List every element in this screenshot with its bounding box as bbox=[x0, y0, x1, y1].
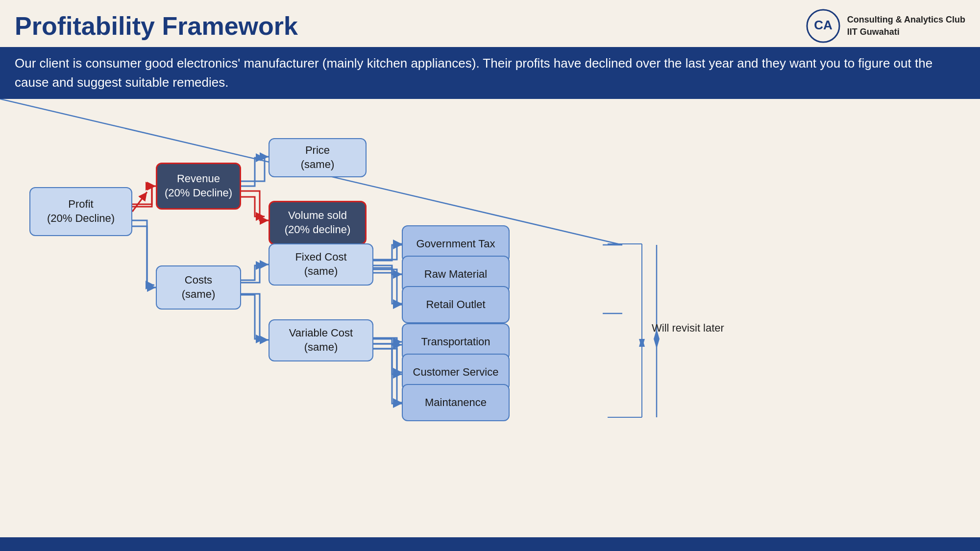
svg-marker-14 bbox=[639, 337, 645, 347]
svg-marker-8 bbox=[654, 339, 660, 349]
fixed-cost-box: Fixed Cost (same) bbox=[269, 243, 373, 286]
logo-icon: CA bbox=[806, 9, 840, 43]
revenue-box: Revenue (20% Decline) bbox=[156, 163, 241, 210]
page-title: Profitability Framework bbox=[15, 11, 298, 41]
profit-box: Profit (20% Decline) bbox=[29, 187, 132, 236]
logo-area: CA Consulting & Analytics Club IIT Guwah… bbox=[806, 9, 965, 43]
price-box: Price (same) bbox=[269, 138, 367, 177]
maintanence-box: Maintanence bbox=[402, 384, 510, 421]
volume-box: Volume sold (20% decline) bbox=[269, 201, 367, 245]
bottom-bar bbox=[0, 537, 980, 551]
banner: Our client is consumer good electronics'… bbox=[0, 47, 980, 99]
variable-cost-box: Variable Cost (same) bbox=[269, 319, 373, 361]
svg-text:CA: CA bbox=[814, 18, 833, 32]
diagram-area: Profit (20% Decline) Revenue (20% Declin… bbox=[0, 99, 980, 551]
svg-line-2 bbox=[132, 192, 147, 212]
revisit-label: Will revisit later bbox=[652, 322, 724, 335]
svg-marker-13 bbox=[639, 339, 645, 349]
costs-box: Costs (same) bbox=[156, 265, 241, 310]
retail-outlet-box: Retail Outlet bbox=[402, 286, 510, 323]
header: Profitability Framework CA Consulting & … bbox=[0, 0, 980, 47]
logo-text: Consulting & Analytics Club IIT Guwahati bbox=[847, 14, 965, 38]
